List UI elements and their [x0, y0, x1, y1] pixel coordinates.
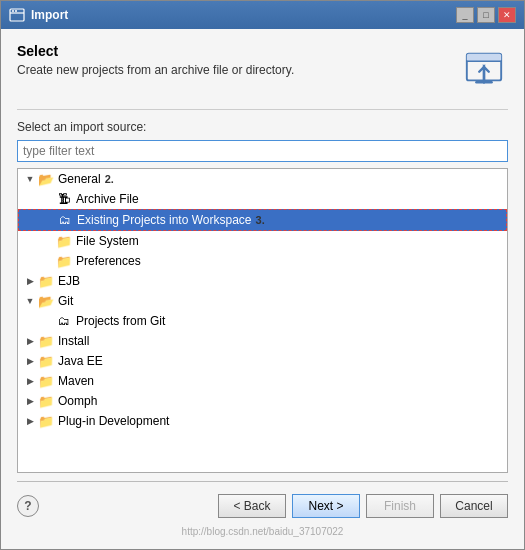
- install-arrow: [24, 335, 36, 347]
- archive-file-icon: [56, 191, 72, 207]
- tree-item-file-system[interactable]: File System: [18, 231, 507, 251]
- existing-arrow: [43, 214, 55, 226]
- tree-scroll[interactable]: General 2. Archive File Existing Project…: [18, 169, 507, 472]
- git-folder-icon: [38, 293, 54, 309]
- tree-item-java-ee[interactable]: Java EE: [18, 351, 507, 371]
- dialog-title: Select: [17, 43, 294, 59]
- tree-item-oomph[interactable]: Oomph: [18, 391, 507, 411]
- close-button[interactable]: ✕: [498, 7, 516, 23]
- general-label: General: [58, 172, 101, 186]
- general-num: 2.: [105, 173, 114, 185]
- general-folder-icon: [38, 171, 54, 187]
- import-svg-icon: [463, 46, 505, 88]
- footer: ? < Back Next > Finish Cancel: [17, 490, 508, 524]
- plugin-arrow: [24, 415, 36, 427]
- ejb-label: EJB: [58, 274, 80, 288]
- tree-item-general[interactable]: General 2.: [18, 169, 507, 189]
- filter-input[interactable]: [17, 140, 508, 162]
- install-label: Install: [58, 334, 89, 348]
- filesystem-label: File System: [76, 234, 139, 248]
- preferences-arrow: [42, 255, 54, 267]
- svg-point-2: [12, 10, 14, 12]
- header-text: Select Create new projects from an archi…: [17, 43, 294, 77]
- tree-item-git[interactable]: Git: [18, 291, 507, 311]
- tree-container[interactable]: General 2. Archive File Existing Project…: [17, 168, 508, 473]
- tree-item-install[interactable]: Install: [18, 331, 507, 351]
- archive-arrow: [42, 193, 54, 205]
- import-icon: [460, 43, 508, 91]
- tree-item-archive[interactable]: Archive File: [18, 189, 507, 209]
- maven-folder-icon: [38, 373, 54, 389]
- title-bar-controls: _ □ ✕: [456, 7, 516, 23]
- install-folder-icon: [38, 333, 54, 349]
- plugin-label: Plug-in Development: [58, 414, 169, 428]
- ejb-folder-icon: [38, 273, 54, 289]
- git-arrow: [24, 295, 36, 307]
- svg-rect-5: [467, 54, 501, 62]
- ejb-arrow: [24, 275, 36, 287]
- title-bar: Import _ □ ✕: [1, 1, 524, 29]
- javaee-folder-icon: [38, 353, 54, 369]
- dialog-description: Create new projects from an archive file…: [17, 63, 294, 77]
- plugin-folder-icon: [38, 413, 54, 429]
- footer-left: ?: [17, 495, 39, 517]
- archive-label: Archive File: [76, 192, 139, 206]
- finish-button[interactable]: Finish: [366, 494, 434, 518]
- filesystem-icon: [56, 233, 72, 249]
- existing-projects-label: Existing Projects into Workspace: [77, 213, 252, 227]
- dialog-content: Select Create new projects from an archi…: [1, 29, 524, 549]
- next-button[interactable]: Next >: [292, 494, 360, 518]
- window-title: Import: [31, 8, 68, 22]
- tree-item-existing-projects[interactable]: Existing Projects into Workspace 3.: [18, 209, 507, 231]
- cancel-button[interactable]: Cancel: [440, 494, 508, 518]
- header-section: Select Create new projects from an archi…: [17, 43, 508, 91]
- preferences-label: Preferences: [76, 254, 141, 268]
- header-divider: [17, 109, 508, 110]
- git-projects-arrow: [42, 315, 54, 327]
- oomph-arrow: [24, 395, 36, 407]
- existing-projects-num: 3.: [256, 214, 265, 226]
- window-icon: [9, 7, 25, 23]
- maven-arrow: [24, 375, 36, 387]
- tree-item-preferences[interactable]: Preferences: [18, 251, 507, 271]
- import-window: Import _ □ ✕ Select Create new projects …: [0, 0, 525, 550]
- javaee-arrow: [24, 355, 36, 367]
- tree-item-projects-from-git[interactable]: Projects from Git: [18, 311, 507, 331]
- minimize-button[interactable]: _: [456, 7, 474, 23]
- git-label: Git: [58, 294, 73, 308]
- watermark: http://blog.csdn.net/baidu_37107022: [17, 524, 508, 539]
- oomph-label: Oomph: [58, 394, 97, 408]
- svg-point-3: [15, 10, 17, 12]
- general-arrow: [24, 173, 36, 185]
- footer-buttons: < Back Next > Finish Cancel: [218, 494, 508, 518]
- tree-item-ejb[interactable]: EJB: [18, 271, 507, 291]
- maven-label: Maven: [58, 374, 94, 388]
- filesystem-arrow: [42, 235, 54, 247]
- title-bar-title: Import: [9, 7, 68, 23]
- back-button[interactable]: < Back: [218, 494, 286, 518]
- tree-item-maven[interactable]: Maven: [18, 371, 507, 391]
- git-projects-label: Projects from Git: [76, 314, 165, 328]
- existing-projects-icon: [57, 212, 73, 228]
- footer-divider: [17, 481, 508, 482]
- source-label: Select an import source:: [17, 120, 508, 134]
- tree-item-plugin[interactable]: Plug-in Development: [18, 411, 507, 431]
- oomph-folder-icon: [38, 393, 54, 409]
- help-button[interactable]: ?: [17, 495, 39, 517]
- preferences-icon: [56, 253, 72, 269]
- javaee-label: Java EE: [58, 354, 103, 368]
- git-projects-icon: [56, 313, 72, 329]
- maximize-button[interactable]: □: [477, 7, 495, 23]
